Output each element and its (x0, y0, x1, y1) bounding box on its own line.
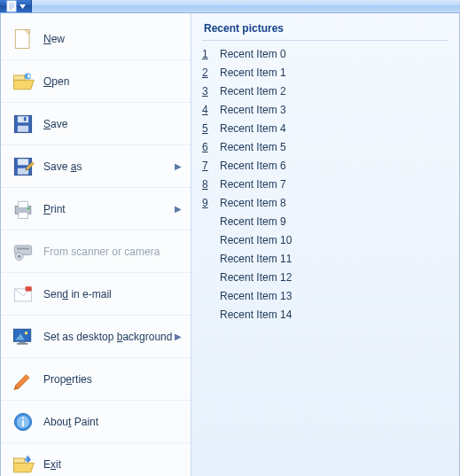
recent-item[interactable]: 3Recent Item 2 (202, 82, 448, 100)
recent-item[interactable]: 9Recent Item 8 (202, 193, 448, 212)
recent-item[interactable]: Recent Item 13 (202, 286, 448, 305)
recent-item-number: 8 (202, 178, 216, 191)
recent-item-label: Recent Item 2 (220, 85, 286, 98)
menu-item-saveas[interactable]: Save as▶ (1, 145, 191, 188)
svg-rect-20 (19, 212, 28, 218)
recent-item-label: Recent Item 11 (220, 253, 292, 265)
menu-commands: NewOpenSaveSave as▶Print▶From scanner or… (1, 13, 191, 476)
menu-item-label: Exit (43, 458, 61, 471)
recent-item-number: 9 (202, 197, 216, 209)
svg-rect-0 (7, 1, 16, 12)
recent-item-label: Recent Item 5 (220, 141, 286, 153)
recent-item[interactable]: 2Recent Item 1 (202, 63, 448, 82)
svg-rect-35 (22, 420, 24, 426)
menu-item-save[interactable]: Save (1, 103, 191, 145)
svg-rect-12 (18, 125, 28, 131)
recent-item-label: Recent Item 13 (220, 290, 292, 302)
submenu-arrow-icon: ▶ (175, 332, 182, 341)
recent-item[interactable]: 1Recent Item 0 (202, 44, 448, 63)
document-icon (6, 0, 17, 12)
recent-item[interactable]: Recent Item 10 (202, 230, 448, 249)
recent-item-number: 5 (202, 122, 216, 135)
submenu-arrow-icon: ▶ (175, 161, 182, 171)
recent-item-label: Recent Item 10 (220, 234, 292, 246)
menu-item-label: New (43, 33, 65, 45)
recent-item-label: Recent Item 0 (220, 48, 286, 60)
email-icon (8, 279, 38, 309)
menu-item-label: Properties (43, 373, 92, 386)
recent-item-number: 2 (202, 66, 216, 79)
chevron-down-icon (19, 4, 26, 9)
menu-item-label: Set as desktop background (43, 331, 172, 343)
wallpaper-icon (8, 322, 38, 352)
menu-item-label: Print (43, 203, 66, 215)
recent-item[interactable]: Recent Item 14 (202, 305, 448, 324)
svg-rect-36 (22, 417, 24, 418)
recent-item[interactable]: 8Recent Item 7 (202, 175, 448, 193)
svg-rect-32 (17, 343, 27, 345)
menu-item-about[interactable]: About Paint (1, 401, 191, 443)
recent-item-label: Recent Item 6 (220, 160, 286, 172)
title-bar (0, 0, 460, 13)
recent-item-label: Recent Item 9 (220, 215, 286, 228)
exit-icon (8, 449, 38, 476)
recent-item-number: 6 (202, 141, 216, 153)
new-icon (8, 24, 38, 54)
svg-rect-31 (19, 341, 26, 343)
open-icon (8, 66, 38, 97)
recent-item-label: Recent Item 3 (220, 104, 286, 116)
menu-item-label: Save (43, 118, 67, 130)
application-menu: NewOpenSaveSave as▶Print▶From scanner or… (0, 13, 460, 476)
svg-point-24 (18, 254, 21, 258)
menu-item-scanner: From scanner or camera (1, 230, 191, 273)
recent-item-label: Recent Item 7 (220, 178, 286, 191)
scanner-icon (8, 237, 38, 267)
recent-item[interactable]: 4Recent Item 3 (202, 100, 448, 119)
recent-item-label: Recent Item 8 (220, 197, 286, 209)
saveas-icon (8, 152, 38, 182)
menu-item-label: Save as (43, 160, 82, 173)
recent-item-label: Recent Item 4 (220, 122, 286, 135)
svg-rect-25 (17, 247, 29, 249)
submenu-arrow-icon: ▶ (175, 204, 182, 214)
menu-item-label: Send in e-mail (43, 288, 112, 300)
recent-item[interactable]: 7Recent Item 6 (202, 156, 448, 175)
svg-rect-15 (18, 159, 28, 165)
svg-point-21 (27, 207, 30, 209)
svg-point-30 (25, 331, 28, 334)
svg-rect-8 (14, 75, 25, 80)
recent-item-label: Recent Item 14 (220, 308, 292, 321)
recent-panel: Recent pictures 1Recent Item 02Recent It… (191, 13, 459, 476)
recent-item-number: 7 (202, 160, 216, 172)
recent-item[interactable]: Recent Item 9 (202, 212, 448, 230)
recent-item-number: 1 (202, 48, 216, 60)
about-icon (8, 407, 38, 437)
recent-item[interactable]: Recent Item 11 (202, 249, 448, 268)
menu-item-open[interactable]: Open (1, 60, 191, 103)
menu-item-label: About Paint (43, 416, 98, 428)
recent-item-label: Recent Item 12 (220, 271, 292, 284)
menu-item-print[interactable]: Print▶ (1, 188, 191, 230)
menu-item-email[interactable]: Send in e-mail (1, 273, 191, 316)
svg-rect-27 (26, 286, 32, 291)
menu-item-properties[interactable]: Properties (1, 358, 191, 401)
svg-rect-13 (24, 117, 27, 121)
menu-item-wallpaper[interactable]: Set as desktop background▶ (1, 316, 191, 358)
svg-marker-5 (19, 4, 26, 9)
svg-rect-19 (19, 201, 28, 207)
recent-item[interactable]: Recent Item 12 (202, 268, 448, 286)
print-icon (8, 194, 38, 224)
recent-item[interactable]: 5Recent Item 4 (202, 119, 448, 137)
properties-icon (8, 364, 38, 394)
recent-item-number: 4 (202, 104, 216, 116)
recent-item-label: Recent Item 1 (220, 66, 286, 79)
svg-rect-37 (14, 458, 25, 463)
menu-item-exit[interactable]: Exit (1, 443, 191, 476)
recent-header: Recent pictures (202, 20, 448, 41)
recent-item-number: 3 (202, 85, 216, 98)
menu-item-new[interactable]: New (1, 18, 191, 60)
recent-list: 1Recent Item 02Recent Item 13Recent Item… (202, 44, 448, 324)
recent-item[interactable]: 6Recent Item 5 (202, 137, 448, 156)
menu-item-label: Open (43, 75, 69, 88)
app-menu-button[interactable] (0, 0, 32, 12)
